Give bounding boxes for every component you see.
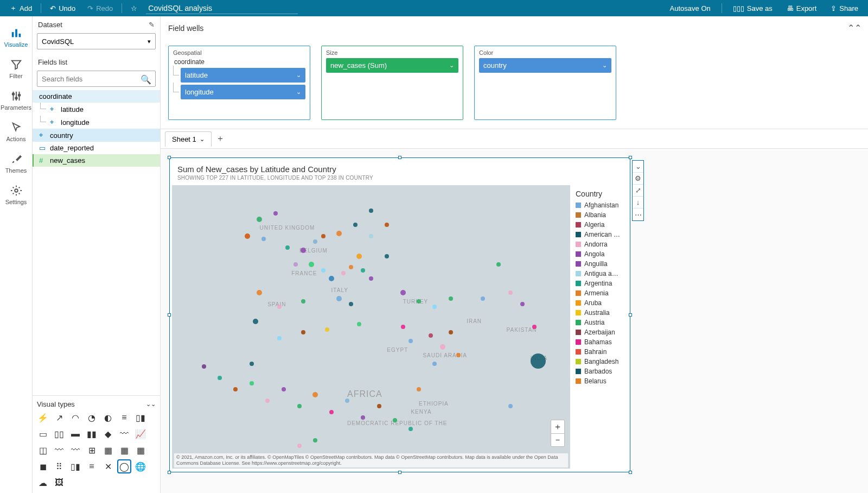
visual-type-15[interactable]: 〰	[53, 444, 65, 456]
map-point[interactable]	[357, 322, 361, 326]
map-point[interactable]	[257, 217, 262, 222]
legend-item[interactable]: Albania	[576, 211, 627, 219]
add-sheet-button[interactable]: ＋	[216, 133, 225, 144]
map-point[interactable]	[245, 233, 250, 239]
map-point[interactable]	[353, 223, 358, 227]
map-point[interactable]	[508, 404, 513, 408]
map-point[interactable]	[329, 276, 334, 281]
legend-item[interactable]: American …	[576, 231, 627, 238]
map-point[interactable]	[417, 387, 421, 391]
resize-handle[interactable]	[629, 156, 632, 159]
map-point[interactable]	[297, 404, 302, 408]
visual-type-1[interactable]: ↗	[53, 412, 65, 424]
map-point[interactable]	[250, 362, 254, 366]
visual-frame[interactable]: ⌄ ⚙ ⤢ ↓ ⋯ Sum of New_cases by Latitude a…	[169, 157, 630, 472]
visual-type-22[interactable]: ⠿	[53, 460, 65, 472]
visual-type-24[interactable]: ≡	[86, 460, 98, 472]
resize-handle[interactable]	[629, 471, 632, 474]
zoom-out-button[interactable]: －	[551, 433, 564, 446]
map-point[interactable]	[385, 223, 389, 227]
map-point[interactable]	[301, 330, 305, 334]
legend-item[interactable]: Australia	[576, 309, 627, 317]
canvas[interactable]: ⌄ ⚙ ⤢ ↓ ⋯ Sum of New_cases by Latitude a…	[161, 149, 868, 493]
well-pill-longitude[interactable]: longitude⌄	[181, 85, 305, 99]
field-date_reported[interactable]: ▭date_reported	[33, 142, 160, 154]
field-new_cases[interactable]: #new_cases	[33, 154, 160, 167]
saveas-button[interactable]: ▯▯▯Save as	[730, 2, 776, 15]
map-point[interactable]	[321, 234, 326, 238]
map-point[interactable]	[297, 444, 302, 448]
visual-settings-icon[interactable]: ⚙	[633, 173, 643, 185]
visual-type-23[interactable]: ▯▮	[69, 460, 81, 472]
legend-item[interactable]: Barbados	[576, 368, 627, 375]
visual-type-17[interactable]: ⊞	[86, 444, 98, 456]
map-point[interactable]	[409, 427, 413, 431]
visual-type-2[interactable]: ◠	[69, 412, 81, 424]
rail-actions[interactable]: Actions	[0, 116, 33, 148]
map-point[interactable]	[282, 387, 286, 391]
visual-more-icon[interactable]: ⋯	[633, 208, 643, 220]
visual-expand-icon[interactable]: ⤢	[633, 185, 643, 197]
map-point[interactable]	[341, 271, 346, 275]
map-point[interactable]	[309, 262, 314, 267]
field-latitude[interactable]: ⌖latitude	[33, 103, 160, 116]
legend-item[interactable]: Anguilla	[576, 260, 627, 268]
map-point[interactable]	[520, 302, 525, 306]
well-geospatial[interactable]: Geospatial coordinate latitude⌄ longitud…	[168, 46, 310, 120]
map-point[interactable]	[361, 268, 365, 273]
map-point[interactable]	[531, 353, 546, 369]
export-button[interactable]: 🖶Export	[783, 2, 820, 15]
map-point[interactable]	[496, 262, 501, 267]
chevron-down-icon[interactable]: ⌄⌄	[146, 401, 156, 408]
map-point[interactable]	[313, 438, 317, 443]
visual-type-0[interactable]: ⚡	[37, 412, 49, 424]
visual-type-5[interactable]: ≡	[118, 412, 130, 424]
map-point[interactable]	[218, 376, 222, 380]
map-point[interactable]	[385, 254, 389, 258]
legend-item[interactable]: Argentina	[576, 280, 627, 287]
visual-type-21[interactable]: ◼	[37, 460, 49, 472]
map-point[interactable]	[233, 387, 238, 391]
map-point[interactable]	[336, 231, 342, 236]
map-point[interactable]	[349, 265, 353, 269]
resize-handle[interactable]	[629, 313, 632, 317]
map-point[interactable]	[432, 305, 437, 309]
visual-type-25[interactable]: ✕	[102, 460, 114, 472]
visual-type-7[interactable]: ▭	[37, 428, 49, 440]
add-button[interactable]: ＋Add	[7, 1, 35, 15]
map-point[interactable]	[361, 415, 365, 420]
map-point[interactable]	[329, 410, 334, 414]
resize-handle[interactable]	[398, 156, 401, 159]
redo-button[interactable]: ↷Redo	[84, 2, 116, 15]
map-point[interactable]	[261, 237, 266, 241]
legend-item[interactable]: Aruba	[576, 299, 627, 307]
sheet-tab-1[interactable]: Sheet 1⌄	[165, 131, 212, 147]
rail-parameters[interactable]: Parameters	[0, 85, 33, 116]
visual-type-6[interactable]: ▯▮	[135, 412, 146, 424]
field-country[interactable]: ⌖country	[33, 129, 160, 142]
legend-item[interactable]: Bangladesh	[576, 358, 627, 365]
map-point[interactable]	[325, 327, 329, 332]
well-size[interactable]: Size new_cases (Sum)⌄	[321, 46, 463, 120]
map-point[interactable]	[377, 404, 381, 408]
map-point[interactable]	[369, 234, 373, 238]
visual-type-14[interactable]: ◫	[37, 444, 49, 456]
visual-type-27[interactable]: 🌐	[135, 460, 146, 472]
legend-item[interactable]: Azerbaijan	[576, 328, 627, 336]
rail-settings[interactable]: Settings	[0, 179, 33, 211]
visual-type-20[interactable]: ▦	[135, 444, 146, 456]
visual-type-4[interactable]: ◐	[102, 412, 114, 424]
field-coordinate[interactable]: coordinate	[33, 90, 160, 103]
visual-download-icon[interactable]: ↓	[633, 197, 643, 208]
resize-handle[interactable]	[168, 313, 171, 317]
legend-item[interactable]: Antigua a…	[576, 270, 627, 277]
map-point[interactable]	[400, 290, 406, 295]
resize-handle[interactable]	[168, 156, 171, 159]
rail-visualize[interactable]: Visualize	[0, 22, 33, 53]
map-point[interactable]	[345, 399, 349, 403]
map-point[interactable]	[369, 208, 373, 213]
visual-menu-icon[interactable]: ⌄	[633, 161, 643, 173]
field-longitude[interactable]: ⌖longitude	[33, 116, 160, 129]
visual-type-8[interactable]: ▯▯	[53, 428, 65, 440]
map-point[interactable]	[312, 392, 318, 397]
